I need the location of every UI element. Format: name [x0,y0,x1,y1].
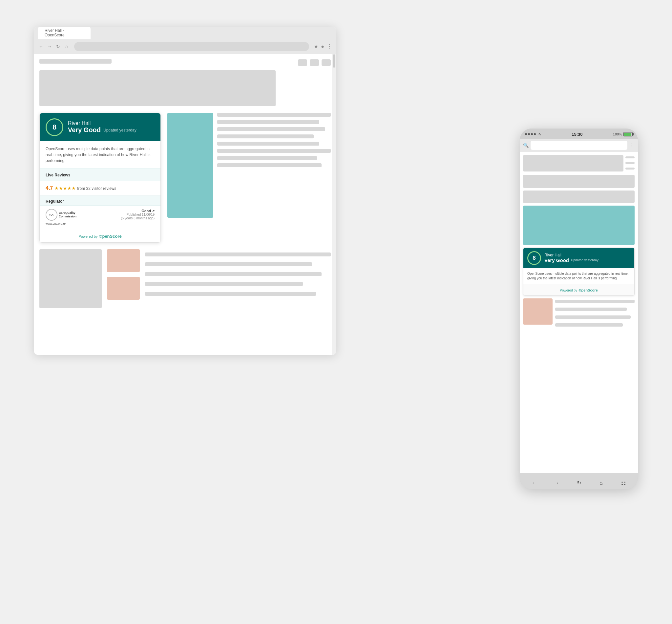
right-content-placeholders [167,113,331,218]
signal-dot-3 [531,133,533,135]
pl-4 [217,134,314,138]
mobile-rating-label: Very Good [544,257,569,263]
openscore-widget: 8 River Hall Very Good Updated yesterday… [40,113,161,243]
score-circle: 8 [46,119,63,136]
msl-1 [625,156,634,158]
mobile-bottom-lines [555,298,634,329]
facility-name: River Hall [68,120,136,126]
mbl-2 [555,308,627,311]
widget-footer: Powered by ©penScore [40,230,160,242]
powered-by-text: Powered by [78,234,97,238]
mobile-time: 15:30 [572,132,582,137]
mobile-back-button[interactable]: ← [530,478,539,488]
mobile-phone: ∿ 15:30 100% 🔍 ⋮ [520,129,638,489]
desktop-browser: River Hall - OpenScore ← → ↻ ⌂ ★ ● ⋮ [34,27,336,355]
rating-line: Very Good Updated yesterday [68,126,136,134]
action-placeholder-1 [298,59,307,66]
bookmark-icon[interactable]: ★ [314,43,318,50]
cqc-rating: Good ↗ [121,209,154,213]
browser-chrome: River Hall - OpenScore ← → ↻ ⌂ ★ ● ⋮ [34,27,336,54]
widget-header: 8 River Hall Very Good Updated yesterday [40,113,160,141]
cqc-url: www.cqc.org.uk [46,222,76,225]
battery-pct-text: 100% [613,132,622,136]
cqc-logo: CQC CareQualityCommission [46,209,76,221]
signal-dot-2 [528,133,530,135]
mobile-teal-block [523,206,634,245]
mobile-search-icon[interactable]: 🔍 [523,142,529,148]
mobile-side-lines [625,155,634,172]
regulator-title: Regulator [46,199,64,204]
time-ago: (5 years 3 months ago) [121,216,154,220]
mobile-browser-bar: 🔍 ⋮ [520,139,638,152]
cqc-logo-circle: CQC [46,209,57,221]
address-bar[interactable] [74,42,309,51]
battery-bar [623,132,632,136]
pl-5 [217,142,319,146]
mobile-menu-icon[interactable]: ⋮ [629,142,634,148]
teal-block-1 [167,113,213,218]
pl-6 [217,149,331,153]
mobile-forward-button[interactable]: → [552,478,561,488]
bottom-salmon-blocks [107,249,140,308]
pl-8 [217,163,322,167]
regulator-content: CQC CareQualityCommission www.cqc.org.uk [40,206,160,230]
browser-action-icons: ★ ● ⋮ [314,43,332,50]
mobile-grey-2 [523,190,634,203]
signal-dot-4 [534,133,536,135]
widget-reviews: 4.7 ★★★★★ from 32 visitor reviews [40,181,160,196]
mobile-content: 8 River Hall Very Good Updated yesterday… [520,152,638,473]
pl-2 [217,120,319,124]
published-date: Published 11/06/19 [121,213,154,216]
openscore-logo: ©penScore [99,234,122,239]
regulator-section: Regulator [40,196,160,206]
profile-icon[interactable]: ● [321,44,324,50]
signal-indicator: ∿ [525,132,541,136]
mobile-address-bar[interactable] [530,141,627,150]
mobile-salmon-block [523,298,552,324]
mbl-1 [555,300,634,303]
pl-7 [217,156,317,160]
live-reviews-title: Live Reviews [46,173,70,177]
bpl-3 [145,272,322,276]
browser-tab[interactable]: River Hall - OpenScore [38,27,91,40]
scene: River Hall - OpenScore ← → ↻ ⌂ ★ ● ⋮ [24,17,648,607]
banner-placeholder [40,70,276,106]
cqc-block: CQC CareQualityCommission www.cqc.org.uk [46,209,76,225]
mbl-4 [555,323,623,327]
bpl-5 [145,292,316,296]
menu-icon[interactable]: ⋮ [327,43,332,50]
msl-2 [625,162,634,164]
battery-cap [632,133,633,135]
salmon-block-2 [107,277,140,300]
home-button[interactable]: ⌂ [64,44,70,50]
mobile-openscore-logo: ©penScore [579,288,598,292]
mobile-grey-1 [523,175,634,188]
msl-3 [625,167,634,170]
review-score: 4.7 [46,185,53,191]
mobile-widget-header: 8 River Hall Very Good Updated yesterday [523,248,634,268]
mobile-openscore-widget: 8 River Hall Very Good Updated yesterday… [523,248,634,296]
mobile-rating-line: Very Good Updated yesterday [544,257,598,263]
mobile-banner-1 [523,155,623,172]
scrollbar-track[interactable] [332,54,336,355]
scrollbar-thumb[interactable] [333,54,335,68]
mobile-widget-description: OpenScore uses multiple data points that… [523,268,634,284]
back-button[interactable]: ← [38,44,44,50]
action-placeholder-2 [310,59,319,66]
cqc-name: CareQualityCommission [59,211,76,218]
mobile-bookmarks-button[interactable]: ☷ [619,478,628,488]
stars-display: ★★★★★ [54,186,76,191]
reload-button[interactable]: ↻ [55,44,61,50]
browser-tab-bar: River Hall - OpenScore [34,27,336,40]
pl-1 [217,113,331,117]
external-link-icon[interactable]: ↗ [152,209,154,213]
forward-button[interactable]: → [47,44,52,50]
cqc-circle-text: CQC [49,213,54,216]
mobile-widget-footer: Powered by ©penScore [523,284,634,295]
updated-label: Updated yesterday [103,128,136,132]
widget-header-text: River Hall Very Good Updated yesterday [68,120,136,134]
mobile-home-button[interactable]: ⌂ [597,478,606,488]
mobile-reload-button[interactable]: ↻ [574,478,583,488]
rating-label: Very Good [68,126,101,134]
placeholder-lines-group [217,113,331,170]
